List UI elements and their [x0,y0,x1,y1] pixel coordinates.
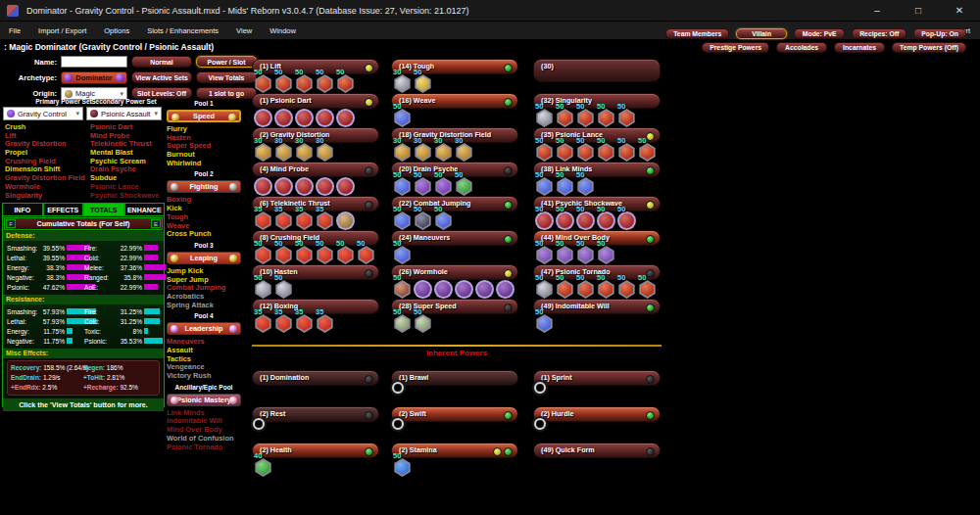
enhancement-slot[interactable] [455,277,475,299]
enhancement-slot[interactable] [295,174,316,196]
archetype-selector[interactable]: Dominator [61,71,127,84]
powerset-item[interactable]: Psychic Shockwave [90,192,174,201]
enhancement-slot[interactable] [274,174,295,196]
top-button-mode-pve[interactable]: Mode: PvE [794,28,845,39]
enhancement-slot[interactable]: 50 [393,209,414,230]
pool-button-fighting[interactable]: Fighting [167,180,241,193]
menu-import-export[interactable]: Import / Export [29,22,95,39]
enhancement-slot[interactable]: 35 [295,209,316,230]
enhancement-slot[interactable]: 50 [556,140,576,162]
enhancement-slot[interactable]: 50 [414,311,434,333]
enhancement-slot[interactable]: 50 [254,277,274,299]
enhancement-slot[interactable]: 50 [556,106,576,127]
top-button-prestige-powers[interactable]: Prestige Powers [702,42,769,53]
enhancement-slot[interactable]: 35 [316,311,336,333]
enhancement-slot[interactable]: 50 [393,106,414,127]
enhancement-slot[interactable]: 50 [393,311,414,333]
form-button-normal[interactable]: Normal [131,56,192,68]
top-button-villain[interactable]: Villain [736,28,787,39]
enhancement-slot[interactable] [336,174,357,196]
minimize-button[interactable]: – [857,0,898,22]
enhancement-slot[interactable] [336,106,357,127]
enhancement-slot[interactable]: 50 [414,209,434,230]
totals-expand-button[interactable]: E [151,219,161,228]
enhancement-slot[interactable]: 50 [576,209,597,230]
enhancement-slot[interactable]: 35 [254,311,274,333]
power-bar[interactable]: (2) Rest [252,406,379,422]
enhancement-slot[interactable]: 30 [414,140,434,162]
form-button-power-slot[interactable]: Power / Slot [196,56,257,68]
secondary-set-dropdown[interactable]: Psionic Assault ▾ [86,107,162,120]
enhancement-slot[interactable]: 50 [393,174,414,196]
enhancement-slot[interactable]: 35 [274,209,295,230]
enhancement-slot[interactable]: 30 [455,140,475,162]
pool-button-speed[interactable]: Speed [167,110,241,122]
menu-file[interactable]: File [0,22,29,39]
empty-slot-ring[interactable] [253,418,265,430]
close-button[interactable]: ✕ [939,0,980,22]
enhancement-slot[interactable]: 50 [434,209,455,230]
enhancement-slot[interactable]: 50 [295,71,316,93]
enhancement-slot[interactable]: 30 [295,140,316,162]
enhancement-slot[interactable]: 50 [556,277,576,299]
tab-totals[interactable]: TOTALS [83,203,124,215]
enhancement-slot[interactable]: 50 [597,106,617,127]
enhancement-slot[interactable] [254,106,274,127]
enhancement-slot[interactable] [414,277,434,299]
power-bar[interactable]: (1) Brawl [391,370,518,386]
top-button-accolades[interactable]: Accolades [776,42,827,53]
primary-set-dropdown[interactable]: Gravity Control ▾ [3,107,83,120]
enhancement-slot[interactable]: 35 [254,209,274,230]
enhancement-slot[interactable]: 50 [336,71,357,93]
enhancement-slot[interactable]: 50 [357,243,377,264]
enhancement-slot[interactable] [295,106,316,127]
menu-slots-enhancements[interactable]: Slots / Enhancements [138,22,227,39]
top-button-incarnates[interactable]: Incarnates [834,42,885,53]
enhancement-slot[interactable]: 50 [556,174,576,196]
enhancement-slot[interactable]: 50 [414,174,434,196]
pool-button-psionic-mastery[interactable]: Psionic Mastery [167,394,241,406]
pool-power-item[interactable]: Victory Rush [167,372,241,381]
enhancement-slot[interactable]: 50 [274,243,295,264]
enhancement-slot[interactable]: 50 [274,277,295,299]
enhancement-slot[interactable]: 50 [576,277,597,299]
maximize-button[interactable]: □ [898,0,939,22]
form-button-view-totals[interactable]: View Totals [196,71,257,83]
enhancement-slot[interactable]: 50 [535,277,556,299]
enhancement-slot[interactable]: 35 [295,311,316,333]
enhancement-slot[interactable]: 40 [254,455,274,477]
enhancement-slot[interactable] [336,209,357,230]
enhancement-slot[interactable]: 50 [535,106,556,127]
enhancement-slot[interactable]: 50 [434,174,455,196]
enhancement-slot[interactable] [434,277,455,299]
empty-slot-ring[interactable] [534,418,546,430]
powerset-item[interactable]: Crush [5,123,89,132]
enhancement-slot[interactable]: 50 [597,243,617,264]
enhancement-slot[interactable]: 50 [535,140,556,162]
top-button-team-members[interactable]: Team Members [665,28,729,39]
enhancement-slot[interactable]: 50 [316,243,336,264]
enhancement-slot[interactable]: 50 [617,209,638,230]
enhancement-slot[interactable]: 30 [316,140,336,162]
enhancement-slot[interactable]: 50 [535,243,556,264]
enhancement-slot[interactable]: 30 [393,71,414,93]
pool-power-item[interactable]: Psionic Tornado [167,444,241,452]
form-button-view-active-sets[interactable]: View Active Sets [131,71,192,83]
enhancement-slot[interactable]: 30 [434,140,455,162]
enhancement-slot[interactable]: 50 [393,277,414,299]
power-bar[interactable]: (2) Swift [391,406,518,422]
power-bar[interactable]: (49) Quick Form [533,443,661,458]
pool-button-leaping[interactable]: Leaping [167,252,241,264]
enhancement-slot[interactable]: 50 [556,243,576,264]
menu-window[interactable]: Window [261,22,305,39]
enhancement-slot[interactable]: 50 [535,311,556,333]
enhancement-slot[interactable]: 50 [274,71,295,93]
top-button-temp-powers-off-[interactable]: Temp Powers (Off) [892,42,966,53]
enhancement-slot[interactable]: 50 [597,277,617,299]
pool-power-item[interactable]: Whirlwind [167,160,241,168]
enhancement-slot[interactable]: 30 [254,140,274,162]
tab-effects[interactable]: EFFECTS [43,203,84,215]
enhancement-slot[interactable] [316,106,336,127]
tab-info[interactable]: INFO [2,203,43,215]
enhancement-slot[interactable]: 50 [295,243,316,264]
